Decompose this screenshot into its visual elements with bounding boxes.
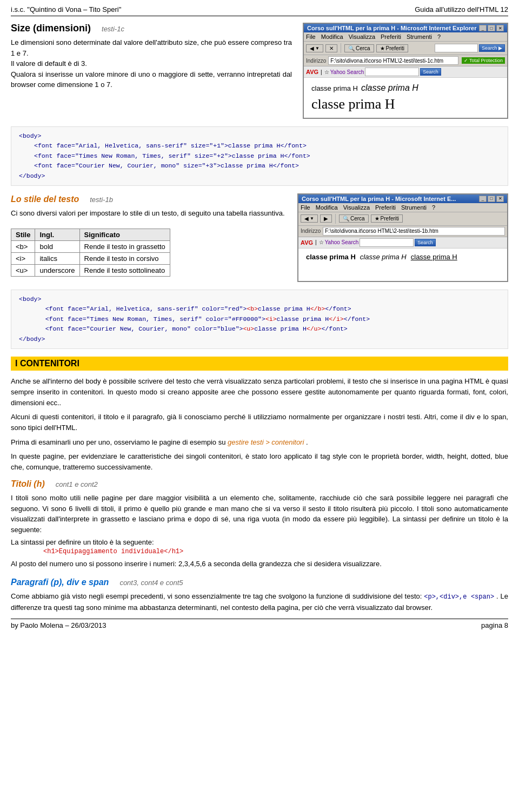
- classe-text-small: classe prima H: [311, 84, 358, 92]
- menu-help-2[interactable]: ?: [432, 204, 435, 211]
- page-header: i.s.c. "Quintino di Vona – Tito Speri" G…: [11, 5, 508, 16]
- titoli-section: Titoli (h) cont1 e cont2 I titoli sono m…: [11, 478, 508, 569]
- avg-divider-2: |: [315, 239, 317, 245]
- browser-content-2: classe prima H classe prima H classe pri…: [298, 249, 507, 281]
- style-title: Lo stile del testo: [11, 193, 79, 205]
- stile-u: <u>: [11, 265, 35, 277]
- paragrafi-para1: Come abbiamo già visto negli esempi prec…: [11, 591, 508, 613]
- browser-content-1: classe prima H classe prima H classe pri…: [304, 78, 507, 118]
- code-i-tag: <i>: [265, 316, 277, 323]
- menu-strumenti-2[interactable]: Strumenti: [401, 204, 427, 211]
- code-2-3b: classe prima H: [277, 316, 329, 323]
- browser-titlebar-1: Corso sull'HTML per la prima H - Microso…: [304, 24, 507, 32]
- menu-modifica-2[interactable]: Modifica: [316, 204, 338, 211]
- yahoo-text-1: ☆: [324, 69, 329, 75]
- menu-preferiti[interactable]: Preferiti: [381, 33, 401, 40]
- restore-btn-2[interactable]: □: [488, 196, 495, 202]
- search-btn-1[interactable]: Search ▶: [479, 44, 505, 52]
- ingl-underscore: underscore: [35, 265, 79, 277]
- menu-file[interactable]: File: [306, 33, 316, 40]
- browser-toolbar-2: ◀ ▼ ▶ 🔍 Cerca ★ Preferiti: [298, 212, 507, 226]
- menu-visualizza-2[interactable]: Visualizza: [343, 204, 370, 211]
- i-contenitori-content: Anche se all'interno del body è possibil…: [11, 376, 508, 473]
- table-row: <b> bold Rende il testo in grassetto: [11, 241, 170, 253]
- close-btn-2[interactable]: ✕: [496, 196, 504, 202]
- table-row: <i> italics Rende il testo in corsivo: [11, 253, 170, 265]
- browser-mockup-1: Corso sull'HTML per la prima H - Microso…: [303, 23, 508, 119]
- titoli-code-label: La sintassi per definire un titolo è la …: [11, 537, 508, 548]
- minimize-btn-1[interactable]: _: [479, 25, 487, 31]
- style-heading-row: Lo stile del testo testi-1b: [11, 193, 287, 205]
- stile-i: <i>: [11, 253, 35, 265]
- header-left: i.s.c. "Quintino di Vona – Tito Speri": [11, 5, 121, 14]
- address-text-1: F:\sito\divona.it\corso HTML\2-testi\tes…: [330, 58, 443, 64]
- browser-toolbar-1: ◀ ▼ ✕ 🔍 Cerca ★ Preferiti Search ▶: [304, 42, 507, 55]
- col-ingl: Ingl.: [35, 229, 79, 241]
- code-line-1-4: <font face="Courier New, Courier, mono" …: [34, 161, 500, 171]
- size-section: Size (dimensioni) testi-1c Le dimensioni…: [11, 23, 508, 119]
- avg-search-input-1[interactable]: [365, 68, 419, 76]
- forward-btn-2[interactable]: ▶: [320, 214, 332, 223]
- code-2-2c: </font>: [325, 305, 351, 312]
- table-row: <u> underscore Rende il testo sottolinea…: [11, 265, 170, 277]
- sig-bold: Rende il testo in grassetto: [79, 241, 170, 253]
- avg-search-area-1: ☆ Yahoo Search Search: [324, 68, 441, 76]
- code-line-2-3: <font face="Times New Roman, Times, seri…: [34, 314, 500, 324]
- browser-window-1: Corso sull'HTML per la prima H - Microso…: [303, 23, 508, 119]
- page-footer: by Paolo Molena – 26/03/2013 pagina 8: [11, 619, 508, 629]
- paragrafi-title: Paragrafi (p), div e span: [11, 576, 109, 588]
- footer-right: pagina 8: [481, 621, 508, 629]
- menu-preferiti-2[interactable]: Preferiti: [375, 204, 396, 211]
- minimize-btn-2[interactable]: _: [479, 196, 487, 202]
- code-2-4a: <font face="Courier New, Courier, mono" …: [34, 325, 243, 332]
- col-stile: Stile: [11, 229, 35, 241]
- address-label-2: Indirizzo: [301, 228, 321, 234]
- address-bar-1[interactable]: F:\sito\divona.it\corso HTML\2-testi\tes…: [328, 56, 458, 65]
- preferiti-btn-1[interactable]: ★ Preferiti: [376, 44, 408, 52]
- size-title: Size (dimensioni): [11, 23, 91, 34]
- code-2-3c: </font>: [344, 316, 370, 323]
- avg-search-btn-1[interactable]: Search: [420, 68, 441, 76]
- avg-search-area-2: ☆ Yahoo Search Search: [319, 238, 436, 247]
- stile-b: <b>: [11, 241, 35, 253]
- footer-left: by Paolo Molena – 26/03/2013: [11, 621, 106, 629]
- code-2-4b: classe prima H: [254, 325, 307, 332]
- restore-btn-1[interactable]: □: [488, 25, 495, 31]
- avg-search-btn-2[interactable]: Search: [415, 239, 436, 246]
- paragrafi-tag: cont3, cont4 e cont5: [119, 579, 183, 587]
- menu-modifica[interactable]: Modifica: [321, 33, 343, 40]
- code-line-1-2: <font face="Arial, Helvetica, sans-serif…: [34, 141, 500, 151]
- titoli-para2: Al posto del numero uno si possono inser…: [11, 559, 508, 569]
- classe-bold: classe prima H: [306, 253, 356, 261]
- titoli-text-col: Titoli (h) cont1 e cont2 I titoli sono m…: [11, 478, 508, 569]
- menu-strumenti[interactable]: Strumenti: [407, 33, 432, 40]
- style-tag: testi-1b: [90, 196, 113, 204]
- sig-italics: Rende il testo in corsivo: [79, 253, 170, 265]
- address-bar-2[interactable]: F:\sito\divona.it\corso HTML\2-testi\tes…: [323, 227, 505, 236]
- contenitori-link[interactable]: gestire testi > contenitori: [228, 438, 304, 446]
- menu-help[interactable]: ?: [437, 33, 441, 40]
- cerca-btn-1[interactable]: 🔍 Cerca: [344, 44, 374, 52]
- toolbar-sep-1: [341, 43, 341, 53]
- paragrafi-heading-row: Paragrafi (p), div e span cont3, cont4 e…: [11, 576, 508, 588]
- code-line-2-5: </body>: [19, 334, 500, 344]
- style-para1: Ci sono diversi valori per impostare lo …: [11, 208, 287, 219]
- style-section: Lo stile del testo testi-1b Ci sono dive…: [11, 193, 508, 282]
- code-line-2-1: <body>: [19, 294, 500, 304]
- code-line-1-3: <font face="Times New Roman, Times, seri…: [34, 151, 500, 161]
- forward-btn-1[interactable]: ✕: [325, 44, 337, 52]
- avg-search-input-2[interactable]: [360, 238, 414, 247]
- back-btn-1[interactable]: ◀ ▼: [306, 44, 323, 52]
- preferiti-btn-2[interactable]: ★ Preferiti: [371, 214, 403, 223]
- back-btn-2[interactable]: ◀ ▼: [301, 214, 318, 223]
- classe-text-large: classe prima H: [311, 96, 395, 112]
- search-input-1[interactable]: [435, 44, 478, 52]
- menu-visualizza[interactable]: Visualizza: [349, 33, 375, 40]
- browser-title-2: Corso sull'HTML per la prima H - Microso…: [302, 196, 456, 202]
- menu-file-2[interactable]: File: [301, 204, 310, 211]
- close-btn-1[interactable]: ✕: [496, 25, 504, 31]
- cerca-btn-2[interactable]: 🔍 Cerca: [339, 214, 369, 223]
- avg-divider-1: |: [321, 69, 322, 75]
- avg-toolbar-2: AVG | ☆ Yahoo Search Search: [298, 237, 507, 249]
- browser-menu-1: File Modifica Visualizza Preferiti Strum…: [304, 32, 507, 42]
